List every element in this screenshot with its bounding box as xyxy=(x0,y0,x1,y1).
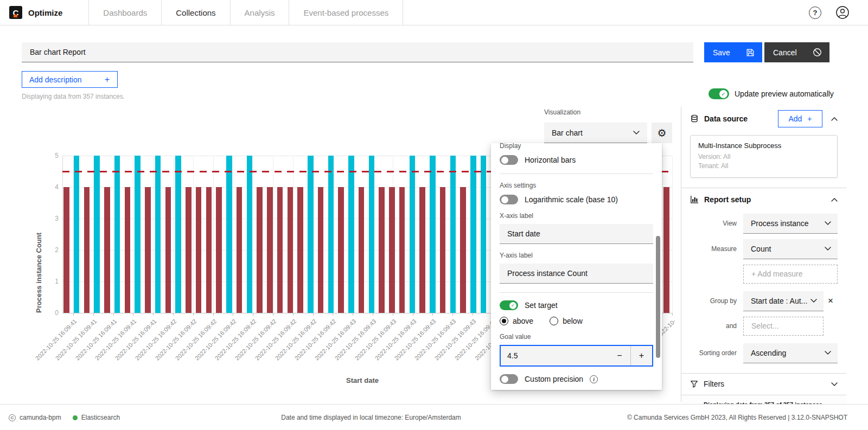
data-source-section-header: Data source Add + xyxy=(681,107,846,131)
nav-item-dashboards[interactable]: Dashboards xyxy=(88,0,161,25)
chart-configuration-popup: Display Horizontal bars Axis settings Lo… xyxy=(491,143,662,390)
popup-scrollbar-thumb[interactable] xyxy=(656,236,660,358)
visualization-dropdown[interactable]: Bar chart xyxy=(544,123,647,143)
help-icon[interactable]: ? xyxy=(809,7,821,19)
gridline xyxy=(93,156,94,313)
process-tenant: Tenant: All xyxy=(698,162,829,171)
group-by-dropdown[interactable]: Start date : Aut... xyxy=(743,291,824,311)
database-icon xyxy=(690,114,699,123)
data-source-card[interactable]: Multi-Instance Subprocess Version: All T… xyxy=(690,135,838,178)
bar-chart-icon xyxy=(690,195,699,204)
decrement-button[interactable]: − xyxy=(609,346,630,365)
save-label: Save xyxy=(713,48,730,57)
bar xyxy=(226,156,232,313)
x-tick-mark xyxy=(333,313,333,316)
x-tick-label: 2022-10-25 16:09:41 xyxy=(12,318,78,384)
x-tick-label: 2022-10-25 16:09:42 xyxy=(232,318,298,384)
x-tick-label: 2022-10-25 16:09:42 xyxy=(112,318,178,384)
custom-precision-toggle[interactable] xyxy=(500,374,518,384)
gridline xyxy=(393,156,393,313)
bar xyxy=(114,156,120,313)
gear-icon: ⚙ xyxy=(657,127,666,139)
add-description-button[interactable]: Add description + xyxy=(22,71,118,88)
visualization-label: Visualization xyxy=(544,108,580,116)
toggle-knob xyxy=(501,196,508,203)
nav-item-analysis[interactable]: Analysis xyxy=(230,0,289,25)
x-tick-mark xyxy=(73,313,74,316)
add-measure-button[interactable]: + Add measure xyxy=(743,265,838,284)
chevron-up-icon[interactable] xyxy=(831,198,838,202)
goal-value-input[interactable] xyxy=(501,346,609,365)
measure-dropdown[interactable]: Count xyxy=(743,239,838,259)
data-source-title: Data source xyxy=(704,114,773,123)
increment-button[interactable]: + xyxy=(630,346,652,365)
x-tick-label: 2022-10-25 16:09:42 xyxy=(192,318,258,384)
measure-value: Count xyxy=(751,245,771,253)
y-tick-label: 3 xyxy=(44,215,59,222)
bar xyxy=(369,156,375,313)
axis-settings-heading: Axis settings xyxy=(500,182,653,189)
x-axis-label-heading: X-axis label xyxy=(500,212,653,220)
bar xyxy=(308,156,314,313)
main-nav: Dashboards Collections Analysis Event-ba… xyxy=(88,0,403,25)
chevron-down-icon xyxy=(825,221,831,225)
sorting-order-dropdown[interactable]: Ascending xyxy=(743,343,838,363)
x-tick-label: 2022-10-25 16:09:42 xyxy=(151,318,218,384)
set-target-toggle[interactable]: ✓ xyxy=(500,300,518,310)
bar xyxy=(74,156,80,313)
chevron-down-icon xyxy=(825,247,831,251)
bar xyxy=(277,187,283,313)
x-tick-label: 2022-10-25 16:09:42 xyxy=(271,318,337,384)
x-tick-label: 2022-10-25 16:09:43 xyxy=(371,318,437,384)
bar xyxy=(318,187,324,313)
x-axis-label-input[interactable] xyxy=(500,224,653,244)
info-icon[interactable]: i xyxy=(590,375,598,383)
add-data-source-button[interactable]: Add + xyxy=(778,110,822,127)
update-preview-toggle[interactable]: ✓ xyxy=(709,88,729,99)
log-scale-toggle[interactable] xyxy=(500,195,518,204)
horizontal-bars-toggle[interactable] xyxy=(500,155,518,165)
camunda-bpm-icon: C xyxy=(9,414,16,421)
bar xyxy=(206,187,212,313)
save-button[interactable]: Save xyxy=(704,42,762,62)
user-icon[interactable] xyxy=(835,5,850,20)
view-label: View xyxy=(690,220,737,227)
y-axis-title: Process instance Count xyxy=(35,156,43,313)
bar xyxy=(125,187,131,313)
bar xyxy=(430,156,436,313)
cancel-button[interactable]: Cancel xyxy=(764,42,829,62)
x-tick-mark xyxy=(413,313,413,316)
target-above-radio[interactable] xyxy=(500,317,508,325)
top-navigation-bar: C Optimize Dashboards Collections Analys… xyxy=(0,0,868,25)
and-group-by-select[interactable]: Select... xyxy=(743,317,824,336)
gridline xyxy=(353,156,353,313)
x-tick-mark xyxy=(233,313,233,316)
target-below-radio[interactable] xyxy=(550,317,558,325)
chart-settings-gear-button[interactable]: ⚙ xyxy=(652,123,672,143)
nav-item-collections[interactable]: Collections xyxy=(161,0,229,25)
chevron-up-icon[interactable] xyxy=(831,117,838,121)
bar xyxy=(84,187,90,313)
bar xyxy=(104,187,110,313)
bar xyxy=(196,187,202,313)
x-tick-label: 2022-10-25 16:09:42 xyxy=(251,318,317,384)
set-target-label: Set target xyxy=(525,301,558,310)
bar xyxy=(348,156,354,313)
nav-item-event-based-processes[interactable]: Event-based processes xyxy=(289,0,403,25)
gridline xyxy=(173,156,174,313)
remove-group-by-button[interactable]: × xyxy=(824,296,838,306)
chevron-down-icon xyxy=(825,351,831,355)
elasticsearch-status-dot xyxy=(73,415,78,420)
x-tick-mark xyxy=(353,313,353,316)
y-axis-label-input[interactable] xyxy=(500,264,653,284)
gridline xyxy=(253,156,253,313)
chevron-down-icon[interactable] xyxy=(831,382,838,386)
report-title-input[interactable] xyxy=(22,42,693,62)
toggle-knob: ✓ xyxy=(719,90,727,98)
bar xyxy=(328,156,334,313)
bar xyxy=(338,187,344,313)
y-tick-label: 5 xyxy=(44,152,59,159)
bar xyxy=(175,156,181,313)
view-dropdown[interactable]: Process instance xyxy=(743,214,838,234)
bar xyxy=(419,187,425,313)
